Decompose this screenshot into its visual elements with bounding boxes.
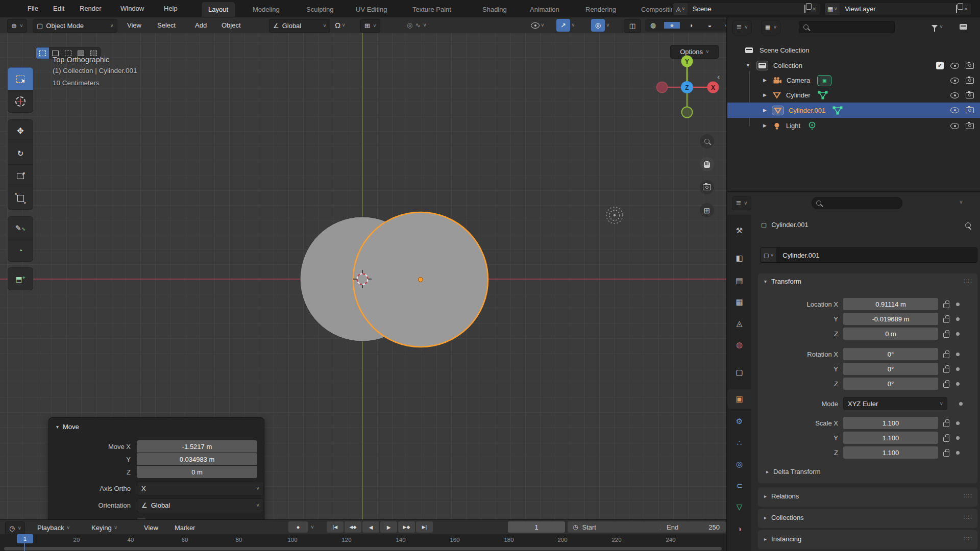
lock-icon[interactable] <box>943 333 949 338</box>
outliner-search-input[interactable] <box>799 21 895 33</box>
timeline-ruler[interactable]: 20 40 60 80 100 120 140 160 180 200 220 … <box>0 534 726 551</box>
render-camera-toggle[interactable] <box>966 63 974 69</box>
animate-dot[interactable] <box>956 303 960 306</box>
menu-window[interactable]: Window <box>117 0 147 17</box>
gizmo-axis-y-minus[interactable] <box>682 107 693 118</box>
relations-panel[interactable]: ▸ Relations ∷∷ <box>758 487 977 507</box>
animate-dot[interactable] <box>956 421 960 425</box>
overlays-toggle[interactable]: ◎ ˅ <box>591 19 609 32</box>
object-origin-dot[interactable] <box>419 278 423 282</box>
panel-drag-handle[interactable]: ∷∷ <box>964 535 972 542</box>
collection-checkbox[interactable]: ✓ <box>936 62 944 69</box>
location-x-field[interactable]: 0.91114 m <box>843 298 938 310</box>
shading-wireframe-button[interactable]: ◍ <box>645 22 661 29</box>
row-light[interactable]: ▶ Light <box>727 118 980 133</box>
animate-dot[interactable] <box>956 332 960 336</box>
menu-select[interactable]: Select <box>157 19 176 32</box>
animate-dot[interactable] <box>956 317 960 321</box>
tool-transform-button[interactable]: ↖↘ <box>8 187 33 210</box>
rotation-x-field[interactable]: 0° <box>843 348 938 360</box>
zoom-button[interactable] <box>700 134 714 148</box>
lock-icon[interactable] <box>943 303 949 308</box>
shading-material-button[interactable]: ◑ <box>683 22 699 29</box>
properties-editor-type-dropdown[interactable]: ☰ ˅ <box>732 196 751 210</box>
tab-rendering[interactable]: Rendering <box>579 2 623 17</box>
row-scene-collection[interactable]: Scene Collection <box>727 43 980 58</box>
outliner-editor-type-dropdown[interactable]: ☰ ˅ <box>732 20 752 34</box>
tab-render[interactable]: ◧ <box>727 248 751 268</box>
current-frame-field[interactable]: 1 <box>508 521 565 533</box>
lock-icon[interactable] <box>943 383 949 388</box>
menu-help[interactable]: Help <box>161 0 181 17</box>
tab-physics[interactable]: ◎ <box>727 455 751 474</box>
row-collection[interactable]: ▼ Collection ✓ <box>727 58 980 73</box>
frame-start-field[interactable]: ◷ Start 1 <box>568 521 669 533</box>
animate-dot[interactable] <box>956 436 960 440</box>
tab-object-data[interactable]: ▽ <box>727 497 751 517</box>
viewport-canvas[interactable]: Top Orthographic (1) Collection | Cylind… <box>0 33 726 519</box>
scene-new-button[interactable] <box>801 5 808 13</box>
scale-x-field[interactable]: 1.100 <box>843 417 938 429</box>
timeline-editor-type-dropdown[interactable]: ◷ ˅ <box>5 521 25 535</box>
tab-world[interactable]: ◍ <box>727 335 751 355</box>
tab-scene[interactable]: ◬ <box>727 314 751 333</box>
tab-material[interactable]: ◑ <box>727 519 751 538</box>
tab-uv-editing[interactable]: UV Editing <box>349 2 394 17</box>
viewlayer-browse-button[interactable]: ▦ ˅ <box>825 3 840 15</box>
panel-drag-handle[interactable]: ∷∷ <box>964 492 972 499</box>
playback-menu[interactable]: Playback˅ <box>37 521 70 534</box>
scale-y-field[interactable]: 1.100 <box>843 432 938 444</box>
tool-measure-button[interactable]: ◔ <box>8 239 33 262</box>
jump-to-start-button[interactable]: |◀ <box>327 521 344 533</box>
outliner-filter-dropdown[interactable]: ˅ <box>932 20 943 33</box>
panel-drag-handle[interactable]: ∷∷ <box>964 278 972 285</box>
xray-toggle[interactable]: ◫ <box>624 19 641 33</box>
next-keyframe-button[interactable]: ▶◆ <box>398 521 415 533</box>
axis-ortho-dropdown[interactable]: X ˅ <box>137 482 264 495</box>
scene-browse-button[interactable]: ◬ ˅ <box>673 3 688 15</box>
menu-edit[interactable]: Edit <box>50 0 67 17</box>
hide-eye-toggle[interactable] <box>950 92 959 98</box>
rotation-mode-dropdown[interactable]: XYZ Euler˅ <box>843 397 947 410</box>
playhead[interactable]: 1 <box>17 534 33 543</box>
expand-arrow-icon[interactable]: ▼ <box>746 63 750 68</box>
timeline-view-menu[interactable]: View <box>144 521 158 534</box>
object-id-icon-dropdown[interactable]: ▢ ˅ <box>761 248 776 262</box>
lock-icon[interactable] <box>943 368 949 373</box>
pin-icon[interactable] <box>965 222 971 228</box>
render-camera-toggle[interactable] <box>966 92 974 98</box>
location-y-field[interactable]: -0.019689 m <box>843 313 938 325</box>
viewlayer-new-button[interactable] <box>953 5 960 13</box>
tab-particles[interactable]: ∴ <box>727 433 751 453</box>
expand-arrow-icon[interactable]: ▶ <box>763 123 767 128</box>
tab-modeling[interactable]: Modeling <box>246 2 286 17</box>
object-name-field[interactable]: ▢ ˅ Cylinder.001 <box>760 247 977 263</box>
tab-tool[interactable]: ⚒ <box>727 221 751 240</box>
pan-button[interactable] <box>700 157 714 171</box>
navigation-gizmo[interactable]: Y X Z <box>653 54 721 122</box>
light-gizmo[interactable] <box>606 207 623 223</box>
new-collection-button[interactable] <box>960 20 967 33</box>
location-z-field[interactable]: 0 m <box>843 328 938 340</box>
row-camera[interactable]: ▶ Camera ▣ <box>727 73 980 88</box>
lock-icon[interactable] <box>943 353 949 358</box>
shading-solid-button[interactable]: ● <box>664 22 680 29</box>
expand-arrow-icon[interactable]: ▶ <box>763 78 767 83</box>
lock-icon[interactable] <box>943 437 949 442</box>
proportional-editing-toggle[interactable]: ◎ ∿ ˅ <box>407 19 426 32</box>
tab-sculpting[interactable]: Sculpting <box>300 2 340 17</box>
tool-cursor-button[interactable] <box>8 90 33 113</box>
panel-drag-handle[interactable]: ∷∷ <box>964 514 972 521</box>
animate-dot[interactable] <box>956 353 960 356</box>
jump-to-end-button[interactable]: ▶| <box>416 521 433 533</box>
tool-scale-button[interactable]: ↗ <box>8 164 33 187</box>
animate-dot[interactable] <box>959 402 963 406</box>
transform-orientation-dropdown[interactable]: ∠ Global ˅ <box>269 19 330 33</box>
menu-object[interactable]: Object <box>222 19 241 32</box>
prev-keyframe-button[interactable]: ◀◆ <box>345 521 361 533</box>
scene-name[interactable]: Scene <box>688 5 802 13</box>
hide-eye-toggle[interactable] <box>950 107 959 113</box>
menu-render[interactable]: Render <box>77 0 105 17</box>
instancing-panel[interactable]: ▸ Instancing ∷∷ <box>758 530 977 549</box>
play-button[interactable]: ▶ <box>380 521 397 533</box>
